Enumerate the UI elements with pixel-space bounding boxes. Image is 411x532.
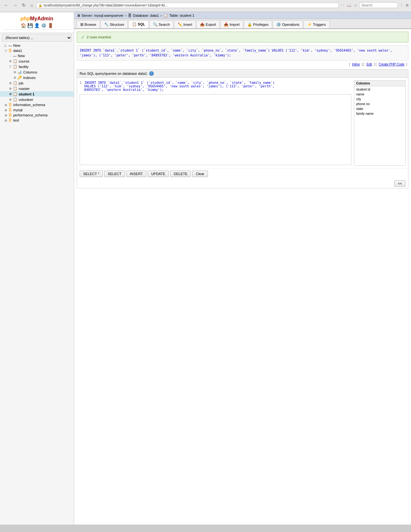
breadcrumb-database[interactable]: Database: data1 xyxy=(133,14,159,17)
success-text: 2 rows inserted. xyxy=(87,35,112,39)
info-icon[interactable]: ? xyxy=(149,71,154,76)
sidebar-item-test[interactable]: ⊕ 🗄 test xyxy=(0,118,74,123)
column-item-family-name[interactable]: family name xyxy=(354,111,405,116)
sidebar-item-new-root[interactable]: ▷ — New xyxy=(0,43,74,48)
sidebar-label-student1: student 1 xyxy=(19,92,34,96)
tab-bar: ⊞ Browse 🔧 Structure 📋 SQL 🔍 Search ✏️ I… xyxy=(74,19,411,29)
star-icon[interactable]: ☆ xyxy=(354,3,357,7)
sidebar-label-job: job xyxy=(19,81,24,85)
tab-import[interactable]: 📥 Import xyxy=(220,20,243,28)
forward-button[interactable]: → xyxy=(12,2,19,8)
query-line3: 84893783', 'western Australia', 'kimmy')… xyxy=(84,88,164,92)
sidebar-label-columns: Columns xyxy=(23,70,37,74)
tree-toggle-indexes: ⊕ xyxy=(14,76,17,79)
new-icon: — xyxy=(8,44,12,47)
breadcrumb-table[interactable]: Table: student 1 xyxy=(169,14,194,17)
server-icon: 🖥 xyxy=(77,14,80,17)
success-check-icon: ✓ xyxy=(81,34,85,40)
column-item-state[interactable]: state xyxy=(354,106,405,111)
refresh-button[interactable]: ↻ xyxy=(21,2,27,8)
sidebar-settings-icon[interactable]: ⚙️ xyxy=(41,23,46,28)
column-item-phone-no[interactable]: phone no xyxy=(354,102,405,106)
sidebar-item-roaster[interactable]: ⊕ 📋 roaster xyxy=(0,86,74,91)
sidebar-item-job[interactable]: ⊕ 📋 job xyxy=(0,80,74,86)
menu-icon[interactable]: ⋮ xyxy=(400,3,403,7)
new-sub-icon: — xyxy=(13,54,16,58)
select-button[interactable]: SELECT xyxy=(104,171,125,177)
triggers-tab-icon: ⚡ xyxy=(307,22,312,27)
sidebar-user-icon[interactable]: 👤 xyxy=(34,23,40,28)
db-icon-mysql: 🗄 xyxy=(8,108,12,112)
window-icon[interactable]: ⧉ xyxy=(406,3,408,7)
column-item-student-id[interactable]: student id xyxy=(354,87,405,92)
delete-button[interactable]: DELETE xyxy=(170,171,191,177)
sidebar-item-student1[interactable]: ⊕ 📋 student 1 xyxy=(0,91,74,97)
collapse-wrap: << xyxy=(77,179,408,188)
sidebar-quick-icons: 🏠 💾 👤 ⚙️ 🚪 xyxy=(3,22,71,30)
sidebar-item-columns[interactable]: ⊕ 📊 Columns xyxy=(0,69,74,75)
query-line1: INSERT INTO `data1`.`student 1` (`studen… xyxy=(84,81,275,84)
sql-editor-header: Run SQL query/queries on database data1:… xyxy=(77,70,408,78)
column-item-name[interactable]: name xyxy=(354,92,405,97)
tab-search[interactable]: 🔍 Search xyxy=(149,20,173,28)
collapse-columns-button[interactable]: << xyxy=(394,180,406,187)
tab-triggers[interactable]: ⚡ Triggers xyxy=(304,20,329,28)
back-button[interactable]: ← xyxy=(3,2,10,8)
address-bar[interactable]: 🔒 localhost/phpmyadmin/tbl_change.php?db… xyxy=(36,3,339,8)
clear-button[interactable]: Clear xyxy=(192,171,208,177)
tab-insert-label: Insert xyxy=(183,23,192,26)
insert-button[interactable]: INSERT xyxy=(126,171,146,177)
table-icon-volunteer: 📋 xyxy=(13,97,17,102)
bookmark-icon[interactable]: ⋯ xyxy=(341,3,344,7)
breadcrumb-server[interactable]: Server: mysql.wampserver xyxy=(82,14,123,17)
export-tab-icon: 📤 xyxy=(200,22,205,27)
sql-action-buttons: SELECT * SELECT INSERT UPDATE DELETE Cle… xyxy=(77,168,408,179)
sidebar-item-course[interactable]: ⊕ 📋 course xyxy=(0,58,74,64)
sql-textarea[interactable] xyxy=(80,94,351,165)
sidebar-item-new-data1[interactable]: — New xyxy=(0,53,74,58)
tab-sql[interactable]: 📋 SQL xyxy=(128,20,149,28)
sql-action-links: [ Inline ] [ Edit ] [ Create PHP Code ] xyxy=(77,62,408,67)
column-item-city[interactable]: city xyxy=(354,97,405,102)
structure-tab-icon: 🔧 xyxy=(104,22,109,27)
db-icon-ps: 🗄 xyxy=(8,113,12,117)
tree-toggle-is: ⊕ xyxy=(5,103,8,107)
sidebar-exit-icon[interactable]: 🚪 xyxy=(48,23,53,28)
query-line2: VALUES ('112', 'kim', 'sydney', '9565446… xyxy=(84,84,274,88)
sidebar-item-indexes[interactable]: ⊕ 🔑 Indexes xyxy=(0,75,74,80)
reader-icon[interactable]: 📖 xyxy=(347,3,351,7)
search-input[interactable] xyxy=(359,2,398,8)
sql-edit-link[interactable]: Edit xyxy=(367,63,372,66)
browser-icons: ⋯ 📖 ☆ xyxy=(341,3,357,7)
sql-create-php-link[interactable]: Create PHP Code xyxy=(379,63,405,66)
tab-privileges[interactable]: 🔒 Privileges xyxy=(244,20,272,28)
tree-toggle-data1: ▽ xyxy=(5,49,8,53)
recent-tables-dropdown[interactable]: (Recent tables) ... xyxy=(2,34,72,42)
tab-export[interactable]: 📤 Export xyxy=(196,20,220,28)
sidebar-item-mysql[interactable]: ⊕ 🗄 mysql xyxy=(0,107,74,113)
home-button[interactable]: ⌂ xyxy=(29,2,34,8)
sql-columns-list: student id name city phone no state fami… xyxy=(354,86,405,151)
tab-insert[interactable]: ✏️ Insert xyxy=(174,20,196,28)
sidebar-item-facility[interactable]: ▽ 📋 facility xyxy=(0,64,74,69)
sql-inline-link[interactable]: Inline xyxy=(352,63,360,66)
tab-structure[interactable]: 🔧 Structure xyxy=(101,20,128,28)
columns-icon: 📊 xyxy=(17,70,22,74)
tab-browse-label: Browse xyxy=(84,23,96,26)
sidebar-label-mysql: mysql xyxy=(13,108,23,112)
sidebar-item-data1[interactable]: ▽ 🗄 data1 xyxy=(0,48,74,53)
sidebar-item-information-schema[interactable]: ⊕ 🗄 information_schema xyxy=(0,102,74,107)
tree-toggle-facility: ▽ xyxy=(9,65,12,68)
sql-tab-icon: 📋 xyxy=(132,22,137,26)
tab-operations[interactable]: ⚙️ Operations xyxy=(273,20,303,28)
tab-browse[interactable]: ⊞ Browse xyxy=(77,20,100,28)
select-star-button[interactable]: SELECT * xyxy=(80,171,103,177)
tree-toggle-ps: ⊕ xyxy=(5,113,8,117)
main-container: phpMyAdmin 🏠 💾 👤 ⚙️ 🚪 (Recent tables) ..… xyxy=(0,12,411,525)
sidebar-item-volunteer[interactable]: ⊕ 📋 volunteer xyxy=(0,97,74,102)
success-message: ✓ 2 rows inserted. xyxy=(77,32,408,43)
update-button[interactable]: UPDATE xyxy=(148,171,169,177)
sidebar-home-icon[interactable]: 🏠 xyxy=(21,23,26,28)
sidebar-db-icon[interactable]: 💾 xyxy=(27,23,33,28)
sidebar-item-performance-schema[interactable]: ⊕ 🗄 performance_schema xyxy=(0,113,74,118)
